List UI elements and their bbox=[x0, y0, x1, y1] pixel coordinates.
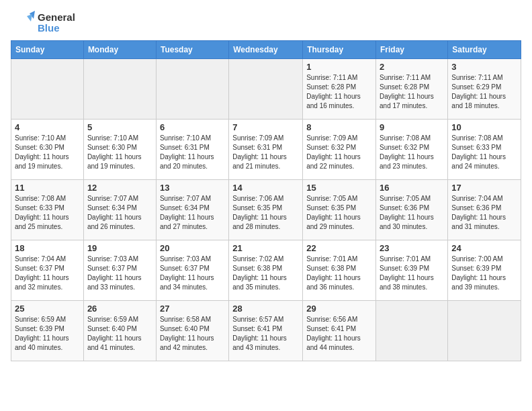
calendar-cell: 1Sunrise: 7:11 AM Sunset: 6:28 PM Daylig… bbox=[303, 59, 376, 120]
day-number: 13 bbox=[160, 183, 225, 193]
day-info: Sunrise: 7:05 AM Sunset: 6:35 PM Dayligh… bbox=[306, 194, 372, 232]
day-number: 26 bbox=[87, 304, 152, 314]
day-info: Sunrise: 7:04 AM Sunset: 6:37 PM Dayligh… bbox=[15, 255, 80, 292]
calendar-cell: 21Sunrise: 7:02 AM Sunset: 6:38 PM Dayli… bbox=[229, 240, 303, 301]
calendar-body: 1Sunrise: 7:11 AM Sunset: 6:28 PM Daylig… bbox=[11, 59, 521, 361]
day-info: Sunrise: 7:09 AM Sunset: 6:32 PM Dayligh… bbox=[306, 134, 372, 171]
calendar-table: SundayMondayTuesdayWednesdayThursdayFrid… bbox=[11, 40, 521, 361]
calendar-cell: 11Sunrise: 7:08 AM Sunset: 6:33 PM Dayli… bbox=[11, 180, 84, 240]
day-info: Sunrise: 7:07 AM Sunset: 6:34 PM Dayligh… bbox=[160, 194, 225, 232]
calendar-cell: 19Sunrise: 7:03 AM Sunset: 6:37 PM Dayli… bbox=[83, 240, 156, 301]
day-number: 10 bbox=[451, 122, 517, 132]
calendar-cell: 15Sunrise: 7:05 AM Sunset: 6:35 PM Dayli… bbox=[303, 180, 376, 240]
day-info: Sunrise: 7:10 AM Sunset: 6:30 PM Dayligh… bbox=[15, 134, 80, 171]
logo-blue: Blue bbox=[38, 23, 75, 34]
calendar-cell bbox=[11, 59, 84, 120]
calendar-cell: 10Sunrise: 7:08 AM Sunset: 6:33 PM Dayli… bbox=[448, 120, 521, 180]
day-number: 14 bbox=[232, 183, 299, 193]
calendar-cell bbox=[156, 59, 228, 120]
header-row: SundayMondayTuesdayWednesdayThursdayFrid… bbox=[11, 41, 521, 59]
day-number: 27 bbox=[160, 304, 225, 314]
day-info: Sunrise: 7:03 AM Sunset: 6:37 PM Dayligh… bbox=[87, 255, 152, 292]
day-number: 1 bbox=[306, 62, 372, 72]
day-number: 25 bbox=[15, 304, 80, 314]
calendar-cell: 22Sunrise: 7:01 AM Sunset: 6:38 PM Dayli… bbox=[303, 240, 376, 301]
calendar-cell: 6Sunrise: 7:10 AM Sunset: 6:31 PM Daylig… bbox=[156, 120, 228, 180]
day-info: Sunrise: 7:07 AM Sunset: 6:34 PM Dayligh… bbox=[87, 194, 152, 232]
calendar-week-4: 18Sunrise: 7:04 AM Sunset: 6:37 PM Dayli… bbox=[11, 240, 521, 301]
calendar-cell: 23Sunrise: 7:01 AM Sunset: 6:39 PM Dayli… bbox=[376, 240, 448, 301]
day-info: Sunrise: 7:01 AM Sunset: 6:39 PM Dayligh… bbox=[380, 255, 444, 292]
day-info: Sunrise: 6:56 AM Sunset: 6:41 PM Dayligh… bbox=[306, 315, 372, 353]
day-number: 4 bbox=[15, 122, 80, 132]
calendar-cell: 17Sunrise: 7:04 AM Sunset: 6:36 PM Dayli… bbox=[448, 180, 521, 240]
day-info: Sunrise: 7:11 AM Sunset: 6:28 PM Dayligh… bbox=[306, 73, 372, 111]
calendar-cell: 29Sunrise: 6:56 AM Sunset: 6:41 PM Dayli… bbox=[303, 301, 376, 361]
day-number: 28 bbox=[232, 304, 299, 314]
day-header-friday: Friday bbox=[376, 41, 448, 59]
day-info: Sunrise: 7:06 AM Sunset: 6:35 PM Dayligh… bbox=[232, 194, 299, 232]
calendar-week-2: 4Sunrise: 7:10 AM Sunset: 6:30 PM Daylig… bbox=[11, 120, 521, 180]
day-info: Sunrise: 7:11 AM Sunset: 6:29 PM Dayligh… bbox=[451, 73, 517, 111]
day-info: Sunrise: 6:58 AM Sunset: 6:40 PM Dayligh… bbox=[160, 315, 225, 353]
calendar-cell: 9Sunrise: 7:08 AM Sunset: 6:32 PM Daylig… bbox=[376, 120, 448, 180]
calendar-cell: 14Sunrise: 7:06 AM Sunset: 6:35 PM Dayli… bbox=[229, 180, 303, 240]
day-number: 29 bbox=[306, 304, 372, 314]
calendar-cell bbox=[376, 301, 448, 361]
calendar-cell: 20Sunrise: 7:03 AM Sunset: 6:37 PM Dayli… bbox=[156, 240, 228, 301]
day-info: Sunrise: 7:00 AM Sunset: 6:39 PM Dayligh… bbox=[451, 255, 517, 292]
day-header-thursday: Thursday bbox=[303, 41, 376, 59]
day-number: 20 bbox=[160, 243, 225, 253]
day-number: 19 bbox=[87, 243, 152, 253]
day-info: Sunrise: 7:02 AM Sunset: 6:38 PM Dayligh… bbox=[232, 255, 299, 292]
page-header: General Blue bbox=[11, 11, 521, 35]
calendar-cell: 27Sunrise: 6:58 AM Sunset: 6:40 PM Dayli… bbox=[156, 301, 228, 361]
day-number: 16 bbox=[380, 183, 444, 193]
day-number: 6 bbox=[160, 122, 225, 132]
calendar-cell: 7Sunrise: 7:09 AM Sunset: 6:31 PM Daylig… bbox=[229, 120, 303, 180]
day-header-monday: Monday bbox=[83, 41, 156, 59]
logo: General Blue bbox=[11, 11, 75, 35]
day-number: 12 bbox=[87, 183, 152, 193]
day-info: Sunrise: 7:11 AM Sunset: 6:28 PM Dayligh… bbox=[380, 73, 444, 111]
day-number: 5 bbox=[87, 122, 152, 132]
day-info: Sunrise: 7:01 AM Sunset: 6:38 PM Dayligh… bbox=[306, 255, 372, 292]
day-number: 9 bbox=[380, 122, 444, 132]
day-info: Sunrise: 7:10 AM Sunset: 6:30 PM Dayligh… bbox=[87, 134, 152, 171]
calendar-cell: 8Sunrise: 7:09 AM Sunset: 6:32 PM Daylig… bbox=[303, 120, 376, 180]
calendar-cell: 12Sunrise: 7:07 AM Sunset: 6:34 PM Dayli… bbox=[83, 180, 156, 240]
day-info: Sunrise: 6:57 AM Sunset: 6:41 PM Dayligh… bbox=[232, 315, 299, 353]
day-header-wednesday: Wednesday bbox=[229, 41, 303, 59]
day-header-tuesday: Tuesday bbox=[156, 41, 228, 59]
day-info: Sunrise: 7:04 AM Sunset: 6:36 PM Dayligh… bbox=[451, 194, 517, 232]
day-info: Sunrise: 7:08 AM Sunset: 6:33 PM Dayligh… bbox=[15, 194, 80, 232]
calendar-week-3: 11Sunrise: 7:08 AM Sunset: 6:33 PM Dayli… bbox=[11, 180, 521, 240]
logo-general: General bbox=[38, 12, 75, 24]
calendar-cell: 4Sunrise: 7:10 AM Sunset: 6:30 PM Daylig… bbox=[11, 120, 84, 180]
day-number: 23 bbox=[380, 243, 444, 253]
calendar-cell: 5Sunrise: 7:10 AM Sunset: 6:30 PM Daylig… bbox=[83, 120, 156, 180]
calendar-cell: 16Sunrise: 7:05 AM Sunset: 6:36 PM Dayli… bbox=[376, 180, 448, 240]
day-info: Sunrise: 7:05 AM Sunset: 6:36 PM Dayligh… bbox=[380, 194, 444, 232]
calendar-cell: 2Sunrise: 7:11 AM Sunset: 6:28 PM Daylig… bbox=[376, 59, 448, 120]
day-number: 3 bbox=[451, 62, 517, 72]
calendar-cell: 26Sunrise: 6:59 AM Sunset: 6:40 PM Dayli… bbox=[83, 301, 156, 361]
day-number: 24 bbox=[451, 243, 517, 253]
day-number: 22 bbox=[306, 243, 372, 253]
day-number: 17 bbox=[451, 183, 517, 193]
calendar-cell: 13Sunrise: 7:07 AM Sunset: 6:34 PM Dayli… bbox=[156, 180, 228, 240]
calendar-week-1: 1Sunrise: 7:11 AM Sunset: 6:28 PM Daylig… bbox=[11, 59, 521, 120]
day-info: Sunrise: 7:08 AM Sunset: 6:32 PM Dayligh… bbox=[380, 134, 444, 171]
calendar-cell: 3Sunrise: 7:11 AM Sunset: 6:29 PM Daylig… bbox=[448, 59, 521, 120]
day-number: 15 bbox=[306, 183, 372, 193]
calendar-cell: 18Sunrise: 7:04 AM Sunset: 6:37 PM Dayli… bbox=[11, 240, 84, 301]
svg-marker-1 bbox=[27, 14, 32, 21]
calendar-header: SundayMondayTuesdayWednesdayThursdayFrid… bbox=[11, 41, 521, 59]
day-info: Sunrise: 7:10 AM Sunset: 6:31 PM Dayligh… bbox=[160, 134, 225, 171]
logo-bird-icon bbox=[11, 11, 35, 35]
day-number: 7 bbox=[232, 122, 299, 132]
day-number: 18 bbox=[15, 243, 80, 253]
calendar-cell: 25Sunrise: 6:59 AM Sunset: 6:39 PM Dayli… bbox=[11, 301, 84, 361]
day-info: Sunrise: 6:59 AM Sunset: 6:39 PM Dayligh… bbox=[15, 315, 80, 353]
day-number: 2 bbox=[380, 62, 444, 72]
